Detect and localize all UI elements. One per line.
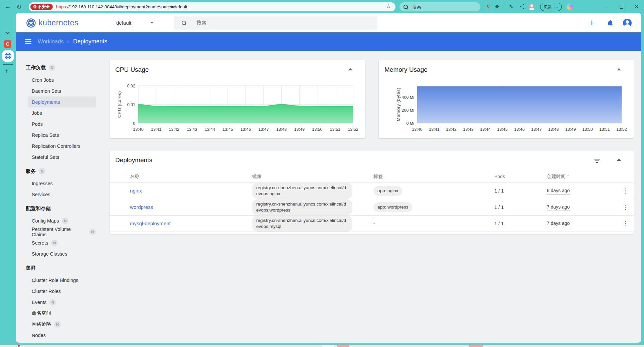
- new-badge: N: [39, 168, 45, 175]
- sidebar-item-storage-classes[interactable]: Storage Classes: [28, 248, 96, 259]
- svg-text:13:44: 13:44: [480, 127, 490, 132]
- pods-count: 1 / 1: [494, 205, 547, 210]
- tab-favicon-c[interactable]: C: [4, 40, 11, 48]
- column-labels[interactable]: 标签: [373, 174, 494, 180]
- row-actions-kebab-icon[interactable]: ⋮: [617, 220, 634, 227]
- search-icon: [404, 5, 408, 9]
- new-tab-button[interactable]: +: [4, 67, 8, 75]
- table-row-mysql-deployment: mysql-deploymentregistry.cn-shenzhen.ali…: [110, 216, 634, 232]
- sidebar-item-deployments[interactable]: Deployments: [28, 96, 96, 107]
- sidebar-item-persistent-volumes[interactable]: Persistent Volumes: [28, 341, 96, 343]
- svg-text:13:47: 13:47: [258, 127, 269, 132]
- sidebar-item-jobs[interactable]: Jobs: [28, 107, 96, 118]
- collapse-arrow-icon[interactable]: [348, 68, 352, 70]
- table-body: nginxregistry.cn-shenzhen.aliyuncs.com/x…: [110, 183, 634, 232]
- svg-text:13:41: 13:41: [429, 127, 439, 132]
- sidebar-section-services: 服务NIngressesServices: [16, 164, 99, 200]
- main-column: CPU Usage 00.010.0213:4013:4113:4213:431…: [99, 51, 641, 343]
- image-chip: registry.cn-shenzhen.aliyuncs.com/xielin…: [252, 216, 352, 231]
- filter-icon[interactable]: [594, 159, 600, 164]
- sidebar-item-replica-sets[interactable]: Replica Sets: [28, 129, 96, 140]
- sidebar-item-cron-jobs[interactable]: Cron Jobs: [28, 74, 96, 85]
- collapse-arrow-icon[interactable]: [617, 158, 621, 161]
- url-text: https://192.168.110.142:30443/#/deployme…: [56, 4, 187, 9]
- dashboard-search-box[interactable]: 搜索: [174, 16, 377, 30]
- favorites-icon[interactable]: ✎: [509, 4, 513, 10]
- browser-refresh-button[interactable]: ↻: [13, 1, 25, 12]
- column-pods[interactable]: Pods: [494, 174, 547, 179]
- browser-search-box[interactable]: 搜索: [399, 2, 480, 11]
- column-created[interactable]: 创建时间↑: [547, 174, 617, 180]
- menu-hamburger-icon[interactable]: [25, 38, 31, 45]
- memory-usage-card: Memory Usage 0 Mi200 Mi400 Mi13:4013:411…: [379, 60, 634, 138]
- not-secure-badge[interactable]: 不安全: [30, 4, 53, 10]
- browser-search-placeholder: 搜索: [412, 4, 421, 10]
- sidebar-item-ingresses[interactable]: Ingresses: [28, 178, 96, 189]
- collapse-arrow-icon[interactable]: [617, 68, 621, 70]
- browser-back-button[interactable]: ←: [2, 1, 13, 12]
- deployments-card-title: Deployments: [115, 156, 152, 164]
- column-name[interactable]: 名称: [130, 174, 252, 180]
- sidebar-item-cluster-roles[interactable]: Cluster Roles: [28, 286, 96, 297]
- desktop-taskbar-sliver: [0, 345, 644, 347]
- notifications-bell-icon[interactable]: [606, 19, 614, 27]
- sidebar-nav: 工作负载NCron JobsDaemon SetsDeploymentsJobs…: [16, 51, 99, 343]
- window-maximize-button[interactable]: [614, 0, 629, 13]
- window-close-button[interactable]: ✕: [629, 0, 644, 13]
- svg-text:0: 0: [133, 121, 135, 126]
- new-badge: N: [62, 218, 68, 224]
- namespace-selector[interactable]: default: [112, 17, 158, 29]
- chevron-down-icon[interactable]: [5, 30, 10, 34]
- image-chip: registry.cn-shenzhen.aliyuncs.com/xielin…: [252, 183, 352, 199]
- share-icon[interactable]: [520, 6, 521, 7]
- taskbar-chip: [322, 345, 334, 347]
- taskbar-chip: [337, 345, 349, 347]
- active-tab-kubernetes[interactable]: [2, 50, 14, 62]
- dropdown-caret-icon: [150, 22, 154, 24]
- svg-text:13:44: 13:44: [205, 127, 215, 132]
- window-minimize-button[interactable]: –: [599, 0, 614, 13]
- row-actions-kebab-icon[interactable]: ⋮: [617, 187, 634, 195]
- copilot-icon[interactable]: [567, 3, 573, 10]
- sidebar-item-namespaces[interactable]: 命名空间: [28, 308, 96, 319]
- sidebar-item-nodes[interactable]: Nodes: [28, 330, 96, 341]
- svg-text:13:40: 13:40: [133, 127, 143, 132]
- deployment-link-wordpress[interactable]: wordpress: [130, 204, 153, 210]
- browser-update-button[interactable]: 更新 …: [540, 3, 562, 11]
- create-resource-button[interactable]: +: [589, 18, 595, 28]
- kubernetes-brand[interactable]: kubernetes: [26, 18, 78, 28]
- maximize-icon: [620, 5, 623, 9]
- breadcrumb-parent[interactable]: Workloads: [38, 38, 64, 45]
- row-actions-kebab-icon[interactable]: ⋮: [617, 204, 634, 211]
- sidebar-item-secrets[interactable]: SecretsN: [28, 237, 96, 248]
- sidebar-item-persistent-volume-claims[interactable]: Persistent Volume ClaimsN: [28, 226, 96, 237]
- sidebar-item-replication-controllers[interactable]: Replication Controllers: [28, 140, 96, 151]
- bookmark-star-icon[interactable]: ☆: [386, 3, 391, 9]
- account-avatar-icon[interactable]: [623, 19, 632, 27]
- deployment-link-nginx[interactable]: nginx: [130, 188, 142, 194]
- sidebar-item-config-maps[interactable]: Config MapsN: [28, 215, 96, 226]
- created-age: 7 days ago: [547, 220, 570, 227]
- sidebar-item-stateful-sets[interactable]: Stateful Sets: [28, 151, 96, 162]
- sidebar-item-daemon-sets[interactable]: Daemon Sets: [28, 85, 96, 96]
- url-rest: ://192.168.110.142:30443/#/deployment?na…: [66, 4, 187, 9]
- sidebar-section-title: 配置和存储: [16, 202, 99, 215]
- dashboard-content: 工作负载NCron JobsDaemon SetsDeploymentsJobs…: [16, 51, 641, 343]
- deployment-link-mysql-deployment[interactable]: mysql-deployment: [130, 221, 171, 226]
- browser-profile-avatar[interactable]: [528, 3, 535, 10]
- breadcrumb-separator-icon: ›: [67, 38, 69, 45]
- sidebar-item-cluster-role-bindings[interactable]: Cluster Role Bindings: [28, 275, 96, 286]
- svg-text:200 Mi: 200 Mi: [401, 108, 414, 113]
- sidebar-item-network-policies[interactable]: 网络策略N: [28, 319, 96, 330]
- svg-text:13:46: 13:46: [240, 127, 251, 132]
- column-image[interactable]: 镜像: [252, 174, 373, 180]
- sort-ascending-icon: ↑: [567, 174, 569, 179]
- address-bar[interactable]: 不安全 https://192.168.110.142:30443/#/depl…: [29, 2, 395, 11]
- tab-strip-divider: [3, 64, 13, 65]
- extensions-icon[interactable]: ❖: [495, 4, 499, 10]
- sidebar-item-pods[interactable]: Pods: [28, 118, 96, 129]
- sidebar-item-services[interactable]: Services: [28, 189, 96, 200]
- sidebar-item-events[interactable]: EventsN: [28, 297, 96, 308]
- url-protocol: https: [56, 4, 66, 9]
- v-extension-icon[interactable]: V: [486, 4, 490, 10]
